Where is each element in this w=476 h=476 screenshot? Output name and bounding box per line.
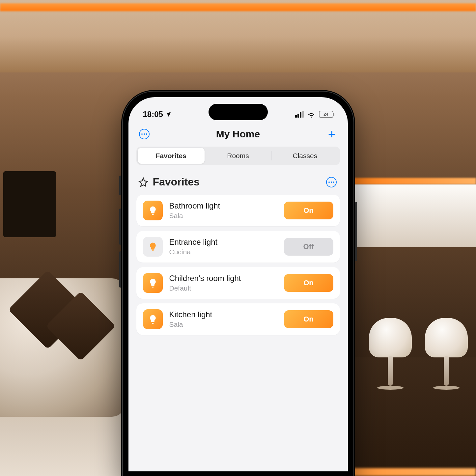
add-button[interactable]: + [325,127,338,141]
device-info: Kitchen light Sala [169,310,277,328]
device-card[interactable]: Children's room light Default On [136,267,340,299]
location-icon [165,111,172,118]
device-card[interactable]: Kitchen light Sala On [136,303,340,335]
tab-rooms[interactable]: Rooms [205,148,271,164]
device-room: Sala [169,212,277,220]
device-info: Children's room light Default [169,274,277,292]
device-icon-container [143,273,163,293]
section-title-text: Favorites [153,176,200,188]
device-room: Cucina [169,248,277,256]
tab-favorites[interactable]: Favorites [138,148,205,164]
device-room: Sala [169,321,277,328]
battery-percent: 24 [323,112,328,117]
device-name: Entrance light [169,238,277,247]
orange-led-strip [0,3,476,11]
device-name: Bathroom light [169,201,277,210]
more-options-button[interactable] [138,127,151,141]
lightbulb-icon [148,278,158,288]
section-header: Favorites [128,165,348,195]
nav-bar: My Home + [128,123,348,147]
device-icon-container [143,309,163,329]
bar-stool [425,318,468,377]
wifi-icon [307,111,316,118]
lightbulb-icon [148,314,158,324]
device-icon-container [143,201,163,220]
dynamic-island [209,104,268,120]
tab-classes[interactable]: Classes [271,148,338,164]
battery-icon: 24 [319,111,333,118]
phone-screen: 18:05 24 [128,97,348,471]
phone-frame: 18:05 24 [121,90,355,476]
lightbulb-icon [148,206,158,215]
bar-stool [369,318,412,377]
lightbulb-icon [148,242,158,252]
tv-screen [3,171,56,237]
device-toggle-button[interactable]: On [284,202,333,219]
device-name: Children's room light [169,274,277,283]
device-list: Bathroom light Sala On Entrance light Cu… [128,195,348,335]
device-name: Kitchen light [169,310,277,319]
view-segmented-control: Favorites Rooms Classes [136,147,340,165]
device-room: Default [169,284,277,292]
device-card[interactable]: Bathroom light Sala On [136,195,340,226]
status-time: 18:05 [143,110,163,119]
device-info: Entrance light Cucina [169,238,277,256]
cellular-signal-icon [295,111,304,118]
plus-icon: + [328,127,336,141]
section-options-button[interactable] [325,176,338,189]
device-icon-container [143,237,163,257]
device-toggle-button[interactable]: Off [284,238,333,256]
ellipsis-circle-icon [326,177,337,187]
device-toggle-button[interactable]: On [284,310,333,328]
device-info: Bathroom light Sala [169,201,277,220]
device-toggle-button[interactable]: On [284,274,333,292]
device-card[interactable]: Entrance light Cucina Off [136,231,340,263]
ellipsis-circle-icon [139,129,150,139]
orange-led-strip [336,178,476,184]
page-title: My Home [216,128,260,140]
star-icon [138,177,148,187]
